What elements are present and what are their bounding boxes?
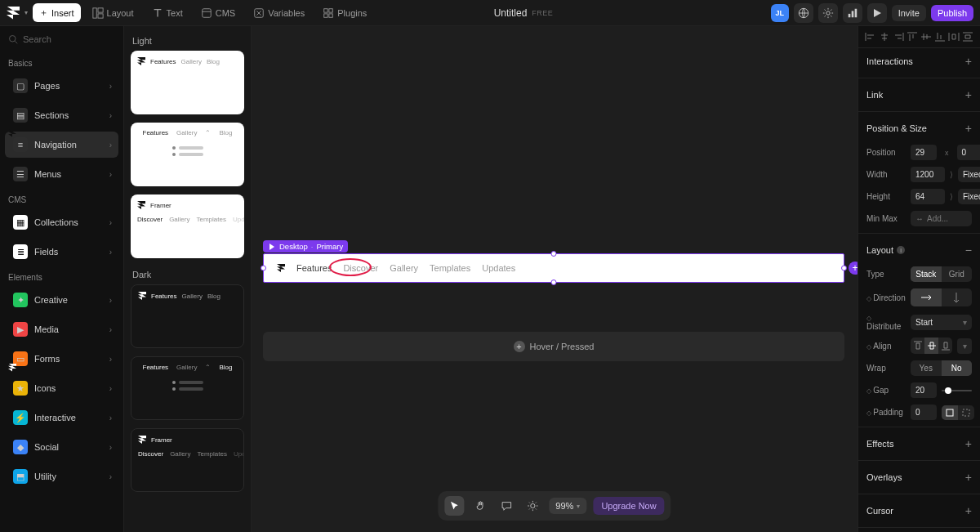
align-bottom-icon[interactable] — [934, 32, 946, 42]
add-interaction-button[interactable]: + — [965, 55, 972, 68]
app-logo[interactable] — [7, 7, 20, 20]
pos-x-input[interactable]: 29 — [911, 145, 937, 160]
align-left-icon[interactable] — [865, 32, 876, 42]
interactions-head[interactable]: Interactions + — [858, 48, 980, 74]
padding-input[interactable]: 0 — [911, 405, 937, 420]
info-icon[interactable]: i — [897, 246, 905, 254]
height-input[interactable]: 64 — [911, 189, 945, 204]
rail-social[interactable]: ◆ Social› — [5, 434, 118, 460]
rail-interactive[interactable]: ⚡ Interactive› — [5, 405, 118, 431]
width-input[interactable]: 1200 — [911, 167, 945, 182]
align-more[interactable]: ▾ — [957, 338, 972, 354]
align-top-opt[interactable] — [911, 338, 924, 354]
text-button[interactable]: Text — [145, 4, 189, 22]
minmax-input[interactable]: ↔Add... — [911, 211, 972, 226]
publish-button[interactable]: Publish — [931, 5, 973, 21]
layout-button[interactable]: Layout — [86, 4, 140, 22]
upgrade-button[interactable]: Upgrade Now — [593, 497, 664, 515]
wrap-yes[interactable]: Yes — [911, 360, 942, 376]
search-row[interactable]: Search — [0, 26, 123, 52]
invite-button[interactable]: Invite — [892, 5, 926, 21]
distribute-v-icon[interactable] — [962, 32, 973, 42]
align-hcenter-icon[interactable] — [879, 32, 890, 42]
gap-input[interactable]: 20 — [911, 382, 937, 398]
add-link-button[interactable]: + — [965, 88, 972, 101]
breakpoint-label[interactable]: Desktop · Primary — [263, 240, 348, 253]
add-overlay-button[interactable]: + — [965, 471, 972, 484]
padding-mode[interactable] — [942, 405, 974, 420]
selection-handle[interactable] — [551, 251, 557, 257]
link-head[interactable]: Link + — [858, 82, 980, 108]
preview-button[interactable] — [867, 3, 887, 23]
canvas[interactable]: Desktop · Primary Features Discover Gall… — [252, 26, 858, 532]
zoom-control[interactable]: 99% ▾ — [549, 498, 586, 514]
wrap-segment[interactable]: Yes No — [911, 360, 972, 376]
align-segment[interactable] — [911, 338, 952, 354]
align-middle-opt[interactable] — [924, 338, 938, 354]
rail-navigation[interactable]: ≡ Navigation› — [5, 132, 118, 158]
padding-all[interactable] — [942, 405, 958, 420]
cursor-head[interactable]: Cursor+ — [858, 498, 980, 524]
align-bottom-opt[interactable] — [938, 338, 952, 354]
direction-horizontal[interactable] — [911, 288, 942, 306]
insert-button[interactable]: ＋ Insert — [33, 3, 81, 22]
rail-forms[interactable]: ▭ Forms› — [5, 346, 118, 372]
plugins-button[interactable]: Plugins — [316, 4, 373, 22]
nav-frame[interactable]: Features Discover Gallery Templates Upda… — [263, 253, 844, 283]
hover-pressed-slot[interactable]: + Hover / Pressed — [263, 332, 844, 361]
overlays-head[interactable]: Overlays+ — [858, 464, 980, 490]
effects-head[interactable]: Effects+ — [858, 431, 980, 457]
selection-handle[interactable] — [551, 279, 557, 285]
rail-pages[interactable]: ▢ Pages› — [5, 73, 118, 99]
theme-tool[interactable] — [523, 496, 542, 516]
distribute-h-icon[interactable] — [948, 32, 960, 42]
link-dims-icon[interactable]: ⟩ — [950, 170, 953, 179]
type-grid[interactable]: Grid — [942, 266, 973, 282]
collapse-layout-button[interactable]: − — [965, 244, 972, 257]
add-cursor-button[interactable]: + — [965, 504, 972, 517]
preset-card-light-1[interactable]: Features GalleryBlog — [131, 51, 244, 114]
add-pos-button[interactable]: + — [965, 122, 972, 135]
chevron-down-icon[interactable]: ▾ — [24, 9, 28, 16]
nav-link-features[interactable]: Features — [296, 263, 332, 273]
doc-title[interactable]: Untitled — [494, 7, 528, 19]
rail-utility[interactable]: ⬒ Utility› — [5, 463, 118, 490]
gap-slider[interactable] — [942, 390, 972, 391]
rail-media[interactable]: ▶ Media› — [5, 316, 118, 342]
pos-y-input[interactable]: 0 — [957, 145, 981, 160]
height-mode[interactable]: Fixed▾ — [958, 189, 980, 204]
nav-link-updates[interactable]: Updates — [482, 263, 515, 273]
comment-tool[interactable] — [497, 496, 516, 516]
rail-collections[interactable]: ▦ Collections› — [5, 209, 118, 235]
link-dims-icon[interactable]: ⟩ — [950, 192, 953, 201]
user-avatar[interactable]: JL — [771, 4, 789, 22]
position-size-head[interactable]: Position & Size + — [858, 115, 980, 141]
align-top-icon[interactable] — [906, 32, 918, 42]
preset-card-light-2[interactable]: Features Gallery ⌃ Blog — [131, 123, 244, 186]
align-right-icon[interactable] — [893, 32, 904, 42]
selection-handle[interactable] — [841, 266, 847, 271]
cursor-tool[interactable] — [444, 496, 464, 516]
rail-fields[interactable]: ≣ Fields› — [5, 239, 118, 265]
rail-icons[interactable]: ★ Icons› — [5, 375, 118, 401]
preset-card-light-3[interactable]: Framer Discover Gallery Templates Update… — [131, 194, 244, 258]
width-mode[interactable]: Fixed▾ — [958, 167, 980, 182]
type-stack[interactable]: Stack — [911, 266, 942, 282]
analytics-button[interactable] — [843, 3, 862, 23]
nav-link-templates[interactable]: Templates — [430, 263, 470, 273]
globe-button[interactable] — [794, 3, 813, 23]
rail-menus[interactable]: ☰ Menus› — [5, 161, 118, 187]
rail-creative[interactable]: ✦ Creative› — [5, 287, 118, 313]
preset-card-dark-2[interactable]: Features Gallery ⌃ Blog — [131, 356, 244, 420]
align-vcenter-icon[interactable] — [920, 32, 932, 42]
preset-card-dark-3[interactable]: Framer Discover Gallery Templates Update… — [131, 428, 244, 492]
add-element-button[interactable]: + — [849, 262, 858, 275]
layout-head[interactable]: Layouti − — [858, 237, 980, 263]
selection-handle[interactable] — [261, 266, 266, 271]
distribute-select[interactable]: Start▾ — [911, 315, 972, 330]
rail-sections[interactable]: ▤ Sections› — [5, 102, 118, 128]
add-effect-button[interactable]: + — [965, 437, 972, 450]
nav-link-discover[interactable]: Discover — [343, 263, 378, 273]
direction-vertical[interactable] — [942, 288, 973, 306]
type-segment[interactable]: Stack Grid — [911, 266, 972, 282]
